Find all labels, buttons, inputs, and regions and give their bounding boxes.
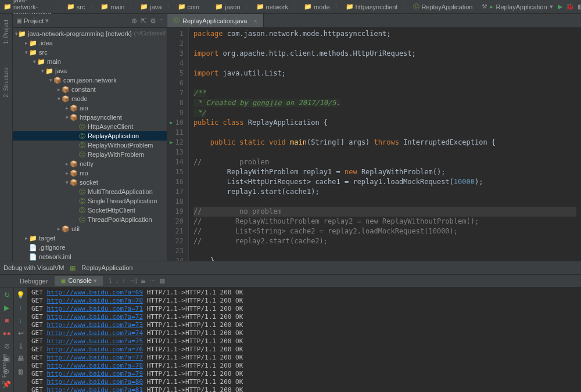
console-link[interactable]: http://www.baidu.com?a=80 [47,378,144,386]
tree-row[interactable]: 📄.gitignore [13,243,167,252]
gutter-line[interactable]: 1 [170,29,184,39]
tree-arrow[interactable]: ▸ [23,233,29,243]
tree-arrow[interactable]: ▾ [23,48,29,57]
breadcrumb-item[interactable]: 📁main [101,3,124,10]
gutter-run-icon[interactable]: ▶ [170,118,173,128]
tree-row[interactable]: ▾📁java-network-programming [network](~/C… [13,29,167,38]
code-line[interactable]: // problem [193,157,576,167]
console-link[interactable]: http://www.baidu.com?a=69 [47,289,144,296]
tree-arrow[interactable]: ▸ [64,159,70,168]
console-link[interactable]: http://www.baidu.com?a=79 [47,370,144,377]
tree-row[interactable]: ▸📁target [13,233,167,243]
code-line[interactable]: } [193,256,576,261]
tree-arrow[interactable]: ▸ [56,85,62,94]
console-output[interactable]: GET http://www.baidu.com?a=69 HTTP/1.1->… [28,287,581,392]
code-line[interactable]: // no problem [193,207,576,217]
gutter-line[interactable]: 8 [170,98,184,108]
evaluate-icon[interactable]: ≣ [141,277,146,285]
code-line[interactable]: import org.apache.http.client.methods.Ht… [193,49,576,59]
tree-row[interactable]: ⒸHttpAsyncClient [13,122,167,131]
code-line[interactable]: // List<String> cache2 = replay2.loadMoc… [193,226,576,236]
tree-arrow[interactable]: ▾ [31,57,37,66]
collapse-all-icon[interactable]: ⇱ [141,17,146,25]
tree-row[interactable]: ⒸReplayApplication [13,131,167,141]
clear-icon[interactable]: 🗑 [17,368,24,376]
breadcrumb-item[interactable]: 📁jason [215,3,240,10]
step-over-icon[interactable]: ⤵ [109,277,112,285]
run-config-selector[interactable]: ⚒ ▸ ReplayApplication ▾ [482,3,553,10]
tree-row[interactable]: ⒸMultiThreadApplication [13,187,167,196]
run-button[interactable]: ▶ [558,3,562,10]
console-tab[interactable]: ▣ Console ▾ [55,276,102,286]
up-icon[interactable]: ↑ [19,304,23,312]
code-line[interactable]: // replay2.start(cache2); [193,236,576,246]
wrap-icon[interactable]: ↩ [18,329,24,337]
gutter-line[interactable]: 20 [170,217,184,226]
breadcrumb-item[interactable]: 📁httpasyncclient [346,3,398,10]
tree-row[interactable]: ▾📁main [13,57,167,66]
gutter-line[interactable]: 24 [170,256,184,261]
console-link[interactable]: http://www.baidu.com?a=81 [47,386,144,392]
step-out-icon[interactable]: ↑ [122,277,125,285]
code-editor[interactable]: 123456789▶1011▶1213141516171819202122232… [167,28,581,261]
tree-arrow[interactable]: ▾ [64,113,70,122]
tree-row[interactable]: ▸📦netty [13,159,167,168]
tree-row[interactable]: ▸📁.idea [13,38,167,48]
console-link[interactable]: http://www.baidu.com?a=77 [47,354,144,361]
tree-row[interactable]: ▸📦aio [13,103,167,113]
breadcrumb-item[interactable]: 📁src [67,3,85,10]
code-line[interactable]: import java.util.List; [193,69,576,78]
code-line[interactable]: package com.jason.network.mode.httpasync… [193,29,576,39]
project-tool-tab[interactable]: 1: Project [3,20,9,44]
tree-row[interactable]: ⒸSingleThreadApplication [13,196,167,206]
editor-code[interactable]: package com.jason.network.mode.httpasync… [189,28,581,261]
tree-row[interactable]: ▾📁java [13,66,167,75]
code-line[interactable]: // ReplayWithoutProblem replay2 = new Re… [193,217,576,226]
gutter-run-icon[interactable]: ▶ [170,138,173,148]
code-line[interactable] [193,128,576,138]
close-tab-icon[interactable]: × [253,17,257,24]
structure-tool-tab[interactable]: 2: Structure [3,67,9,98]
layout-icon[interactable]: ▦ [159,277,165,285]
console-link[interactable]: http://www.baidu.com?a=78 [47,362,144,369]
gutter-line[interactable]: 19 [170,207,184,217]
stop-icon[interactable]: ■ [5,317,9,325]
breadcrumb-item[interactable]: 📁network [256,3,289,10]
gutter-line[interactable]: 5 [170,69,184,78]
console-link[interactable]: http://www.baidu.com?a=73 [47,321,144,329]
gutter-line[interactable]: 2 [170,39,184,49]
gutter-line[interactable]: 23 [170,246,184,256]
code-line[interactable] [193,59,576,69]
gutter-line[interactable]: 7 [170,88,184,98]
debug-button[interactable]: 🐞 [566,3,574,10]
tree-row[interactable]: ⒸReplayWithProblem [13,150,167,159]
tree-arrow[interactable]: ▸ [56,224,62,233]
step-into-icon[interactable]: ↓ [116,277,119,285]
scroll-from-source-icon[interactable]: ⊕ [131,17,137,25]
bulb-icon[interactable]: 💡 [16,291,25,299]
gutter-line[interactable]: 3 [170,49,184,59]
mute-bp-icon[interactable]: ⊘ [4,342,10,350]
code-line[interactable]: public class ReplayApplication { [193,118,576,128]
console-link[interactable]: http://www.baidu.com?a=75 [47,337,144,345]
code-line[interactable]: public static void main(String[] args) t… [193,138,576,148]
gutter-line[interactable]: 9 [170,108,184,118]
tree-arrow[interactable]: ▾ [56,94,62,103]
code-line[interactable]: */ [193,108,576,118]
code-line[interactable] [193,78,576,88]
tree-arrow[interactable]: ▸ [64,103,70,113]
gutter-line[interactable]: 6 [170,78,184,88]
tree-row[interactable]: ▾📦socket [13,178,167,187]
gear-icon[interactable]: ⚙ [150,17,156,25]
gutter-line[interactable]: 4 [170,59,184,69]
breadcrumb-item[interactable]: 📁com [178,3,200,10]
tree-row[interactable]: ▸📦constant [13,85,167,94]
tree-arrow[interactable]: ▸ [64,168,70,178]
code-line[interactable] [193,197,576,207]
scroll-end-icon[interactable]: ⤓ [18,342,24,350]
tree-row[interactable]: ⒸReplayWithoutProblem [13,141,167,150]
tree-arrow[interactable]: ▾ [40,66,45,75]
gutter-line[interactable]: 22 [170,236,184,246]
breadcrumb-item[interactable]: 📁java [140,3,162,10]
gutter-line[interactable]: ▶12 [170,138,184,148]
